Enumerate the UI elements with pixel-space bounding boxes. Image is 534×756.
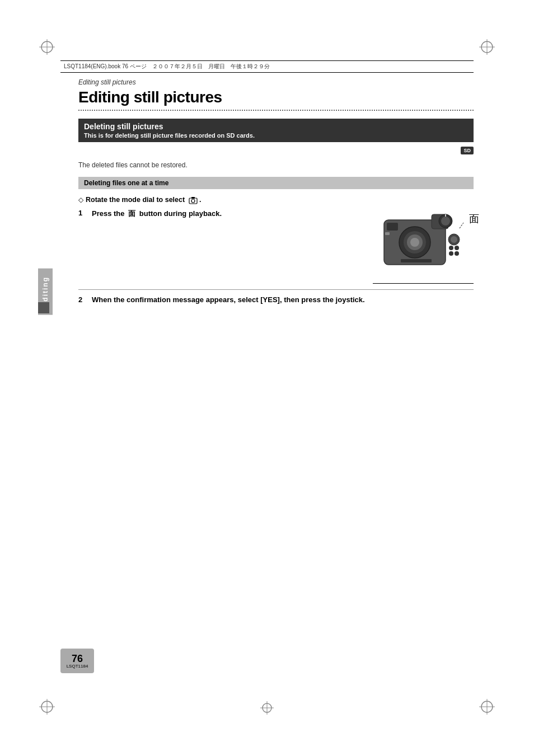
main-content: Editing still pictures Editing still pic… bbox=[78, 78, 474, 644]
svg-point-33 bbox=[455, 251, 459, 256]
svg-point-29 bbox=[451, 236, 457, 243]
header-meta: LSQT1184(ENG).book 76 ページ ２００７年２月５日 月曜日 … bbox=[60, 60, 474, 73]
sidebar-tab-dark bbox=[38, 302, 49, 313]
diamond-instruction: ◇ Rotate the mode dial to select . bbox=[78, 196, 474, 204]
diamond-text: Rotate the mode dial to select bbox=[86, 196, 185, 204]
meta-text: LSQT1184(ENG).book 76 ページ ２００７年２月５日 月曜日 … bbox=[64, 63, 270, 71]
svg-point-30 bbox=[449, 246, 453, 250]
step-1-text: Press the 面 button during playback. bbox=[92, 209, 222, 219]
diamond-icon: ◇ bbox=[78, 196, 83, 204]
trash-icon-inline: 面 bbox=[128, 209, 135, 218]
box-title: Deleting still pictures bbox=[84, 122, 468, 131]
steps-text: 1 Press the 面 button during playback. bbox=[78, 209, 362, 224]
svg-rect-27 bbox=[387, 223, 398, 231]
svg-point-25 bbox=[441, 217, 450, 226]
sd-badge-container: SD bbox=[78, 147, 474, 158]
reg-mark-bottom-right bbox=[478, 698, 496, 718]
section-header-box: Deleting still pictures This is for dele… bbox=[78, 119, 474, 142]
page: LSQT1184(ENG).book 76 ページ ２００７年２月５日 月曜日 … bbox=[0, 0, 534, 756]
step-2-area: 2 When the confirmation message appears,… bbox=[78, 289, 474, 304]
camera-svg bbox=[373, 209, 468, 279]
step-1-num: 1 bbox=[78, 209, 87, 219]
svg-line-36 bbox=[460, 223, 463, 228]
step-2-text: When the confirmation message appears, s… bbox=[92, 295, 365, 304]
period: . bbox=[199, 196, 201, 204]
reg-mark-top-right bbox=[478, 38, 496, 58]
title-divider bbox=[78, 110, 474, 111]
svg-point-31 bbox=[455, 246, 459, 250]
svg-point-16 bbox=[191, 199, 195, 203]
svg-point-32 bbox=[449, 251, 453, 256]
camera-illustration: 面 bbox=[373, 209, 474, 281]
step-2: 2 When the confirmation message appears,… bbox=[78, 295, 474, 304]
steps-area: 1 Press the 面 button during playback. 面 bbox=[78, 209, 474, 281]
trash-icon: 面 bbox=[469, 212, 479, 226]
sd-badge: SD bbox=[461, 147, 474, 154]
svg-rect-17 bbox=[191, 197, 195, 199]
box-subtitle: This is for deleting still picture files… bbox=[84, 132, 468, 139]
notice-text: The deleted files cannot be restored. bbox=[78, 161, 474, 169]
reg-mark-top-left bbox=[38, 38, 56, 58]
reg-mark-bottom-left bbox=[38, 698, 56, 718]
step-2-num: 2 bbox=[78, 295, 87, 304]
step-1: 1 Press the 面 button during playback. bbox=[78, 209, 362, 219]
section-subtitle: Editing still pictures bbox=[78, 78, 474, 86]
svg-point-22 bbox=[410, 238, 419, 247]
subsection-header: Deleting files one at a time bbox=[78, 177, 474, 189]
page-number: 76 bbox=[72, 654, 83, 664]
svg-rect-34 bbox=[385, 232, 390, 235]
svg-rect-35 bbox=[401, 259, 432, 262]
page-title: Editing still pictures bbox=[78, 88, 474, 106]
reg-mark-bottom-center bbox=[259, 700, 275, 718]
page-code: LSQT1184 bbox=[67, 664, 88, 669]
camera-bottom-line bbox=[373, 283, 474, 284]
camera-mode-icon bbox=[189, 196, 199, 204]
page-number-area: 76 LSQT1184 bbox=[60, 649, 94, 673]
